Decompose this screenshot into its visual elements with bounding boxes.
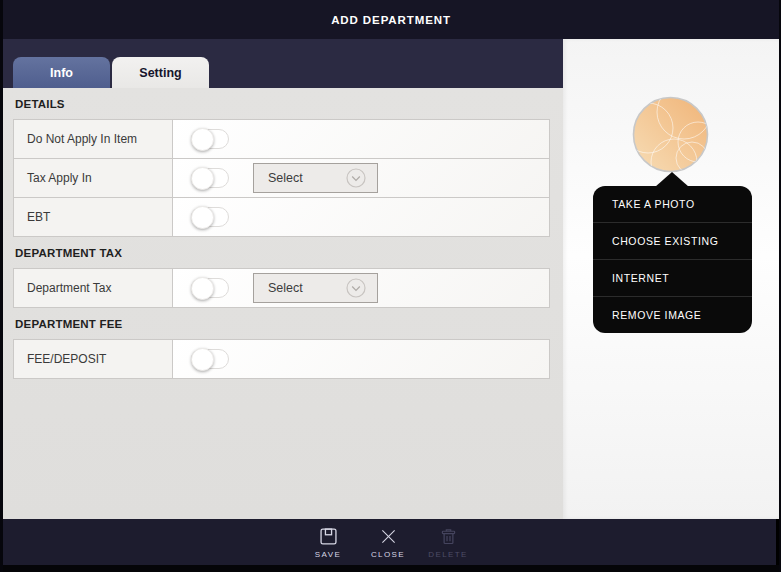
setting-label: Department Tax <box>14 269 173 307</box>
add-department-screen: ADD DEPARTMENT Info Setting DETAILSDo No… <box>0 0 781 572</box>
setting-label: Do Not Apply In Item <box>14 120 173 158</box>
toggle-switch[interactable] <box>191 207 229 227</box>
setting-row: Department TaxSelect <box>13 268 550 308</box>
toggle-knob <box>191 348 214 371</box>
toggle-knob <box>191 277 214 300</box>
close-icon <box>378 526 399 547</box>
main-region: Info Setting DETAILSDo Not Apply In Item… <box>3 39 779 519</box>
button-label: CLOSE <box>371 550 405 559</box>
image-panel: TAKE A PHOTOCHOOSE EXISTINGINTERNETREMOV… <box>563 39 779 519</box>
tab-setting-label: Setting <box>139 66 181 80</box>
delete-icon <box>438 526 459 547</box>
form-column: Info Setting DETAILSDo Not Apply In Item… <box>3 39 563 519</box>
save-button[interactable]: SAVE <box>298 526 358 559</box>
settings-rows: Do Not Apply In ItemTax Apply InSelectEB… <box>13 119 550 237</box>
select-value: Select <box>268 171 303 185</box>
save-icon <box>318 526 339 547</box>
menu-item-internet[interactable]: INTERNET <box>593 260 752 297</box>
setting-value: Select <box>173 269 549 307</box>
setting-row: EBT <box>13 197 550 237</box>
title-bar: ADD DEPARTMENT <box>3 0 779 39</box>
toggle-switch[interactable] <box>191 129 229 149</box>
menu-item-choose-existing[interactable]: CHOOSE EXISTING <box>593 223 752 260</box>
tab-bar: Info Setting <box>3 39 563 88</box>
setting-label: FEE/DEPOSIT <box>14 340 173 378</box>
setting-value <box>173 340 549 378</box>
setting-row: Tax Apply InSelect <box>13 158 550 198</box>
toggle-switch[interactable] <box>191 168 229 188</box>
tab-info-label: Info <box>50 66 73 80</box>
toggle-switch[interactable] <box>191 278 229 298</box>
settings-rows: Department TaxSelect <box>13 268 550 308</box>
section-header: DEPARTMENT FEE <box>3 308 563 339</box>
department-image-placeholder[interactable] <box>632 96 709 173</box>
setting-row: FEE/DEPOSIT <box>13 339 550 379</box>
setting-row: Do Not Apply In Item <box>13 119 550 159</box>
settings-content: DETAILSDo Not Apply In ItemTax Apply InS… <box>3 88 563 519</box>
select-dropdown[interactable]: Select <box>253 163 378 193</box>
settings-rows: FEE/DEPOSIT <box>13 339 550 379</box>
menu-item-remove-image[interactable]: REMOVE IMAGE <box>593 297 752 333</box>
button-label: DELETE <box>428 550 468 559</box>
toggle-knob <box>191 167 214 190</box>
toggle-knob <box>191 128 214 151</box>
chevron-down-icon <box>346 168 366 188</box>
setting-label: EBT <box>14 198 173 236</box>
image-options-menu: TAKE A PHOTOCHOOSE EXISTINGINTERNETREMOV… <box>593 186 752 333</box>
tab-setting[interactable]: Setting <box>112 57 209 88</box>
section-header: DETAILS <box>3 88 563 119</box>
chevron-down-icon <box>346 278 366 298</box>
tab-info[interactable]: Info <box>13 57 110 88</box>
toggle-knob <box>191 206 214 229</box>
page-title: ADD DEPARTMENT <box>331 14 451 26</box>
select-dropdown[interactable]: Select <box>253 273 378 303</box>
button-label: SAVE <box>315 550 341 559</box>
bottom-edge <box>3 565 779 572</box>
action-bar: SAVECLOSEDELETE <box>0 519 776 565</box>
delete-button: DELETE <box>418 526 478 559</box>
close-button[interactable]: CLOSE <box>358 526 418 559</box>
menu-item-take-a-photo[interactable]: TAKE A PHOTO <box>593 186 752 223</box>
setting-value <box>173 120 549 158</box>
section-header: DEPARTMENT TAX <box>3 237 563 268</box>
setting-value <box>173 198 549 236</box>
setting-value: Select <box>173 159 549 197</box>
toggle-switch[interactable] <box>191 349 229 369</box>
setting-label: Tax Apply In <box>14 159 173 197</box>
popup-arrow <box>655 172 689 187</box>
select-value: Select <box>268 281 303 295</box>
